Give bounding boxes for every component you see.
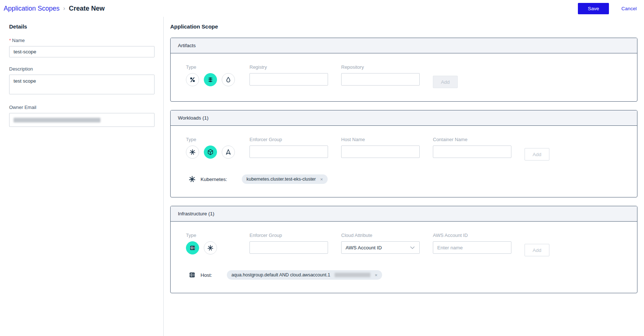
artifacts-add-button[interactable]: Add	[433, 76, 458, 88]
image-icon	[189, 76, 196, 83]
infrastructure-add-button[interactable]: Add	[525, 244, 549, 256]
breadcrumb-separator-icon: ›	[63, 5, 65, 12]
artifacts-card-body: Type	[171, 53, 637, 101]
host-selection-label: Host:	[201, 272, 212, 278]
cancel-button[interactable]: Cancel	[621, 6, 637, 11]
enforcer-group-column: Enforcer Group	[249, 137, 328, 158]
chip-text: kubernetes.cluster.test-eks-cluster	[247, 177, 316, 182]
aws-account-id-input[interactable]	[433, 241, 511, 254]
infra-enforcer-group-label: Enforcer Group	[249, 233, 328, 238]
host-selection-row: Host: aqua.hostgroup.default AND cloud.a…	[186, 270, 630, 280]
kubernetes-icon	[207, 245, 214, 251]
workloads-card: Workloads (1) Type	[170, 110, 637, 197]
workload-type-kubernetes-button[interactable]	[186, 146, 199, 159]
cloud-attribute-column: Cloud Attribute AWS Account ID	[341, 233, 420, 254]
cloud-attribute-selected-value: AWS Account ID	[346, 245, 382, 250]
kubernetes-icon	[188, 175, 196, 183]
artifact-type-registry-button[interactable]	[204, 73, 217, 86]
infra-enforcer-group-input[interactable]	[249, 241, 328, 254]
owner-email-input[interactable]	[9, 113, 155, 127]
host-name-column: Host Name	[341, 137, 420, 158]
aws-account-id-column: AWS Account ID	[433, 233, 511, 254]
top-actions: Save Cancel	[578, 3, 637, 14]
owner-email-label: Owner Email	[9, 105, 154, 110]
top-bar: Application Scopes › Create New Save Can…	[0, 0, 644, 17]
host-name-label: Host Name	[341, 137, 420, 142]
host-name-input[interactable]	[341, 146, 420, 158]
chip-text: aqua.hostgroup.default AND cloud.awsacco…	[232, 272, 330, 278]
droplet-icon	[225, 76, 232, 83]
kubernetes-icon	[189, 149, 196, 155]
layers-icon	[207, 76, 214, 83]
details-heading: Details	[9, 23, 154, 30]
container-name-label: Container Name	[433, 137, 511, 142]
close-icon[interactable]: ×	[320, 177, 323, 182]
infrastructure-card: Infrastructure (1) Type	[170, 206, 637, 293]
description-label: Description	[9, 66, 154, 72]
enforcer-group-label: Enforcer Group	[249, 137, 328, 142]
application-scope-heading: Application Scope	[170, 23, 637, 30]
infrastructure-type-kubernetes-button[interactable]	[204, 241, 217, 254]
workloads-type-label: Type	[186, 137, 236, 142]
repository-input[interactable]	[341, 73, 420, 86]
workloads-type-column: Type	[186, 137, 236, 159]
registry-label: Registry	[249, 64, 328, 70]
host-icon	[188, 271, 196, 279]
artifacts-type-column: Type	[186, 64, 236, 86]
infrastructure-type-host-button[interactable]	[186, 241, 199, 254]
required-marker: *	[9, 38, 11, 43]
artifacts-card-header: Artifacts	[171, 38, 637, 53]
artifact-type-image-button[interactable]	[186, 73, 199, 86]
description-input[interactable]: test scope	[9, 75, 155, 94]
paper-plane-icon	[225, 149, 232, 155]
breadcrumb-link-application-scopes[interactable]: Application Scopes	[4, 5, 60, 12]
registry-input[interactable]	[249, 73, 328, 86]
name-label: *Name	[9, 38, 154, 43]
owner-email-field-group: Owner Email	[9, 105, 154, 127]
owner-email-redacted-value	[14, 118, 100, 122]
infrastructure-type-label: Type	[186, 233, 236, 238]
main-content: Details *Name Description test scope Own…	[0, 17, 644, 336]
workload-type-cf-button[interactable]	[222, 146, 235, 159]
container-name-column: Container Name	[433, 137, 511, 158]
kubernetes-cluster-chip: kubernetes.cluster.test-eks-cluster ×	[242, 174, 328, 184]
host-chip: aqua.hostgroup.default AND cloud.awsacco…	[227, 270, 382, 280]
infrastructure-card-body: Type Enforcer Group	[171, 222, 637, 293]
container-name-input[interactable]	[433, 146, 511, 158]
kubernetes-selection-row: Kubernetes: kubernetes.cluster.test-eks-…	[186, 174, 630, 184]
name-input[interactable]	[9, 46, 155, 57]
artifacts-type-label: Type	[186, 64, 236, 70]
cloud-attribute-select[interactable]: AWS Account ID	[341, 241, 420, 254]
artifact-type-function-button[interactable]	[222, 73, 235, 86]
page-title: Create New	[69, 5, 104, 12]
name-field-group: *Name	[9, 38, 154, 57]
workload-type-container-button[interactable]	[204, 146, 217, 159]
application-scope-panel: Application Scope Artifacts Type	[164, 17, 644, 336]
workloads-card-header: Workloads (1)	[171, 110, 637, 126]
breadcrumb: Application Scopes › Create New	[4, 5, 104, 12]
artifacts-card: Artifacts Type	[170, 38, 637, 102]
repository-column: Repository	[341, 64, 420, 86]
cloud-attribute-label: Cloud Attribute	[341, 233, 420, 238]
repository-label: Repository	[341, 64, 420, 70]
aws-account-id-label: AWS Account ID	[433, 233, 511, 238]
description-field-group: Description test scope	[9, 66, 154, 96]
workloads-enforcer-group-input[interactable]	[249, 146, 328, 158]
infrastructure-type-column: Type	[186, 233, 236, 254]
chevron-down-icon	[409, 244, 416, 251]
container-icon	[207, 149, 214, 155]
registry-column: Registry	[249, 64, 328, 86]
infra-enforcer-group-column: Enforcer Group	[249, 233, 328, 254]
workloads-add-button[interactable]: Add	[525, 148, 549, 161]
infrastructure-card-header: Infrastructure (1)	[171, 206, 637, 222]
details-panel: Details *Name Description test scope Own…	[0, 17, 164, 336]
chip-redacted-value	[335, 273, 370, 277]
close-icon[interactable]: ×	[375, 273, 378, 278]
save-button[interactable]: Save	[578, 3, 609, 14]
workloads-card-body: Type	[171, 126, 637, 197]
kubernetes-selection-label: Kubernetes:	[201, 177, 227, 182]
host-icon	[189, 245, 196, 251]
